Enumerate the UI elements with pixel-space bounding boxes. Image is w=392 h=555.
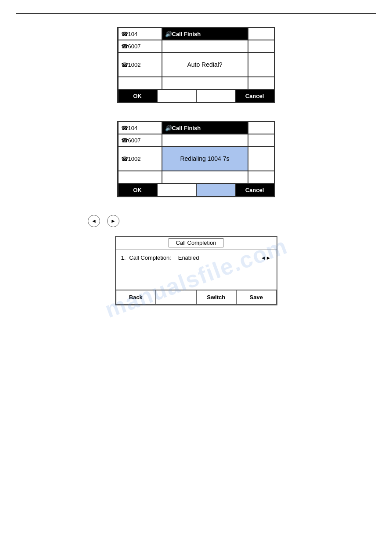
phone-icon-1b: ☎ (121, 62, 128, 68)
screen2-row4-col2 (162, 171, 248, 183)
screen2-row4-col3 (248, 171, 274, 183)
speaker-icon-1: 🔊 (165, 31, 172, 37)
screen2-row1-col1: ☎ 104 (118, 122, 162, 134)
completion-screen: Call Completion 1. Call Completion: Enab… (115, 236, 277, 305)
screen2-body: ☎ 104 🔊 Call Finish ☎ 6007 ☎ 1002 Redial… (118, 122, 274, 184)
left-arrow-button[interactable]: ◄ (88, 215, 100, 227)
completion-save-button[interactable]: Save (236, 290, 277, 305)
screen2: ☎ 104 🔊 Call Finish ☎ 6007 ☎ 1002 Redial… (117, 121, 275, 197)
right-arrow-icon: ► (111, 218, 116, 224)
screen1-row3-col3 (248, 52, 274, 77)
screen1-row4-col3 (248, 77, 274, 89)
screen2-line3-num: 1002 (128, 156, 141, 162)
screen1: ☎ 104 🔊 Call Finish ☎ 6007 ☎ 1002 Auto R… (117, 27, 275, 103)
screen2-row2-col2 (162, 134, 248, 146)
screen2-row4-col1 (118, 171, 162, 183)
speaker-icon-2: 🔊 (165, 125, 172, 131)
screen2-btn2 (157, 184, 196, 196)
screen2-row3-col3 (248, 146, 274, 171)
screen1-line2-num: 6007 (128, 43, 141, 50)
completion-title: Call Completion (169, 238, 224, 247)
screen1-row4-col1 (118, 77, 162, 89)
screen2-row2-col1: ☎ 6007 (118, 134, 162, 146)
page-container: manualsfile.com ☎ 104 🔊 Call Finish ☎ 60… (0, 0, 392, 555)
screen1-line3-num: 1002 (128, 62, 141, 68)
phone-icon-2a: ☎ (121, 137, 128, 144)
phone-icon-2b: ☎ (121, 156, 128, 162)
screen2-row2-col3 (248, 134, 274, 146)
completion-row1: 1. Call Completion: Enabled ◄► (121, 254, 271, 261)
screen1-row1-col3 (248, 28, 274, 40)
completion-row1-arrow: ◄► (261, 255, 271, 261)
screen1-cancel-button[interactable]: Cancel (235, 90, 274, 102)
completion-back-button[interactable]: Back (116, 290, 156, 305)
arrow-area: ◄ ► (88, 215, 392, 227)
screen1-row2-col2 (162, 40, 248, 52)
completion-row1-value: Enabled (178, 254, 199, 261)
left-arrow-icon: ◄ (91, 218, 97, 224)
completion-row1-number: 1. (121, 254, 126, 261)
screen2-redialing-dialog: Redialing 1004 7s (162, 146, 248, 171)
screen2-footer: OK Cancel (118, 184, 274, 196)
headset-icon-2: ☎ (121, 125, 128, 131)
screen1-call-finish: Call Finish (172, 31, 201, 37)
screen2-cancel-button[interactable]: Cancel (235, 184, 274, 196)
screen1-row2-col1: ☎ 6007 (118, 40, 162, 52)
screen2-row1-col2: 🔊 Call Finish (162, 122, 248, 134)
screen1-body: ☎ 104 🔊 Call Finish ☎ 6007 ☎ 1002 Auto R… (118, 28, 274, 90)
completion-footer: Back Switch Save (116, 290, 277, 305)
redialing-text: Redialing 1004 7s (180, 155, 229, 162)
headset-icon-1: ☎ (121, 31, 128, 37)
screen2-btn3 (196, 184, 235, 196)
screen1-auto-redial-dialog: Auto Redial? (162, 52, 248, 77)
screen2-line1-num: 104 (128, 125, 138, 131)
completion-btn2 (156, 290, 196, 305)
auto-redial-text: Auto Redial? (187, 61, 222, 68)
right-arrow-button[interactable]: ► (107, 215, 119, 227)
screen1-row3-col1: ☎ 1002 (118, 52, 162, 77)
screen2-row1-col3 (248, 122, 274, 134)
screen1-row2-col3 (248, 40, 274, 52)
screen1-btn2 (157, 90, 196, 102)
screen1-row1-col2: 🔊 Call Finish (162, 28, 248, 40)
top-divider (16, 13, 376, 14)
screen1-line1-num: 104 (128, 31, 138, 37)
screen1-btn3 (196, 90, 235, 102)
screen1-footer: OK Cancel (118, 90, 274, 102)
completion-switch-button[interactable]: Switch (196, 290, 237, 305)
screen2-row3-col1: ☎ 1002 (118, 146, 162, 171)
completion-title-bar: Call Completion (116, 237, 277, 250)
screen2-line2-num: 6007 (128, 137, 141, 144)
phone-icon-1a: ☎ (121, 43, 128, 50)
screen2-ok-button[interactable]: OK (118, 184, 157, 196)
completion-row1-label: Call Completion: (129, 254, 171, 261)
screen1-ok-button[interactable]: OK (118, 90, 157, 102)
screen1-row4-col2 (162, 77, 248, 89)
screen2-call-finish: Call Finish (172, 125, 201, 131)
screen1-row1-col1: ☎ 104 (118, 28, 162, 40)
completion-body: 1. Call Completion: Enabled ◄► (116, 250, 277, 290)
